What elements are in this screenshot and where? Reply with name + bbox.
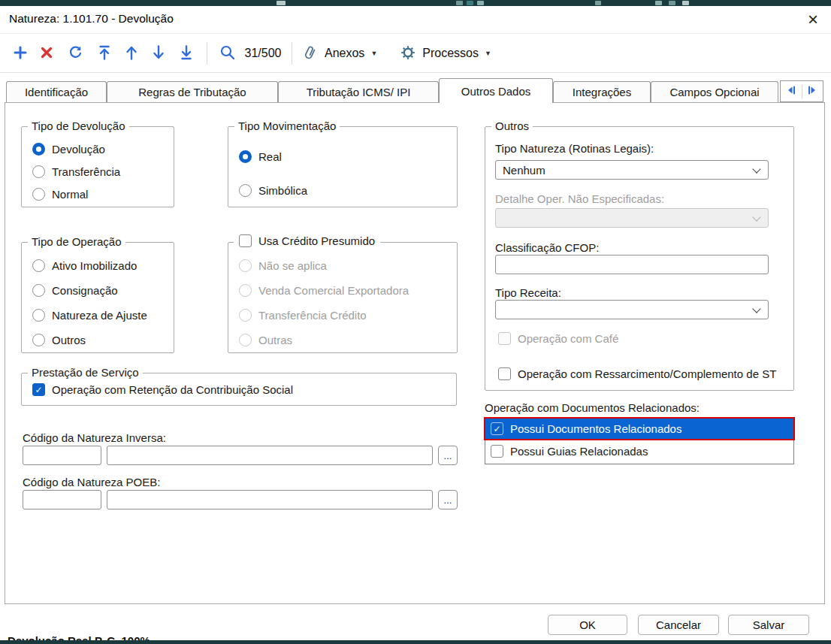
move-down-button[interactable] [145, 38, 172, 68]
checkbox-unchecked-icon [239, 234, 252, 247]
natureza-poeb-browse-button[interactable]: ... [438, 490, 458, 509]
radio-venda-comercial-exportadora[interactable]: Venda Comercial Exportadora [239, 284, 409, 297]
radio-outras[interactable]: Outras [239, 334, 292, 346]
desktop-strip-icon [655, 1, 662, 5]
move-up-button[interactable] [118, 38, 145, 68]
natureza-poeb-descricao-input[interactable] [107, 490, 433, 509]
refresh-icon [68, 45, 83, 62]
radio-outros[interactable]: Outros [32, 334, 86, 346]
chevron-down-icon [752, 165, 760, 173]
option-label: Possui Guias Relacionadas [510, 445, 648, 458]
radio-selected-icon [239, 150, 252, 163]
chevron-down-icon [752, 304, 760, 313]
radio-devolucao[interactable]: Devolução [32, 143, 105, 156]
natureza-inversa-browse-button[interactable]: ... [438, 446, 458, 465]
desktop-strip-icon [467, 1, 473, 5]
search-button[interactable] [214, 38, 241, 68]
retencao-contribuicao-social-checkbox[interactable]: Operação com Retenção da Contribuição So… [32, 383, 293, 396]
checkbox-checked-icon [32, 383, 45, 396]
tab-integracoes[interactable]: Integrações [553, 81, 651, 102]
cancelar-button[interactable]: Cancelar [638, 615, 719, 635]
radio-consignacao[interactable]: Consignação [32, 284, 118, 297]
processos-button[interactable] [397, 38, 419, 68]
add-button[interactable] [8, 38, 33, 68]
group-title: Tipo de Devolução [28, 119, 129, 132]
natureza-dialog: Natureza: 1.101.70 - Devolução × 31/50 [0, 0, 831, 644]
ressarcimento-st-checkbox[interactable]: Operação com Ressarcimento/Complemento d… [498, 367, 776, 380]
prestacao-servico-group: Prestação de Serviço Operação com Retenç… [21, 373, 457, 406]
radio-nao-se-aplica[interactable]: Não se aplica [239, 259, 327, 272]
desktop-strip-icon [595, 1, 601, 5]
refresh-button[interactable] [60, 38, 90, 68]
radio-transferencia[interactable]: Transferência [32, 165, 120, 178]
natureza-inversa-codigo-input[interactable] [23, 446, 101, 465]
natureza-inversa-descricao-input[interactable] [107, 446, 433, 465]
tipo-natureza-select[interactable]: Nenhum [495, 160, 769, 180]
desktop-strip-icon [669, 1, 675, 5]
desktop-strip-icon [682, 1, 689, 5]
radio-label: Natureza de Ajuste [52, 309, 147, 322]
anexos-button[interactable] [299, 38, 322, 68]
move-last-button[interactable] [172, 38, 200, 68]
group-title: Tipo Movimentação [234, 119, 340, 132]
possui-documentos-relacionados-option[interactable]: Possui Documentos Relacionados [484, 417, 795, 440]
salvar-button[interactable]: Salvar [728, 615, 809, 635]
tab-scroll-right-icon[interactable] [807, 85, 817, 98]
radio-normal[interactable]: Normal [32, 188, 88, 201]
radio-transferencia-credito[interactable]: Transferência Crédito [239, 309, 367, 322]
tab-tributacao-icms-ipi[interactable]: Tributação ICMS/ IPI [278, 81, 439, 102]
tab-scroll-left-icon[interactable] [786, 85, 796, 98]
tipo-movimentacao-group: Tipo Movimentação Real Simbólica [228, 126, 458, 207]
radio-ativo-imobilizado[interactable]: Ativo Imobilizado [32, 259, 137, 272]
possui-guias-relacionadas-option[interactable]: Possui Guias Relacionadas [485, 440, 793, 462]
checkbox-label: Operação com Retenção da Contribuição So… [52, 383, 293, 396]
checkbox-unchecked-icon [491, 445, 503, 458]
tab-outros-dados[interactable]: Outros Dados [439, 78, 553, 103]
radio-label: Normal [52, 188, 88, 201]
documentos-relacionados-label: Operação com Documentos Relacionados: [485, 401, 700, 414]
natureza-poeb-codigo-input[interactable] [23, 490, 101, 509]
anexos-label[interactable]: Anexos [325, 47, 364, 60]
radio-label: Outros [52, 334, 86, 346]
radio-label: Transferência [52, 165, 120, 178]
radio-icon [32, 188, 45, 201]
radio-icon [239, 184, 252, 197]
usa-credito-presumido-checkbox[interactable]: Usa Crédito Presumido [234, 234, 380, 247]
ok-button[interactable]: OK [548, 615, 627, 635]
delete-button[interactable] [33, 38, 60, 68]
processos-chevron-down-icon[interactable]: ▼ [485, 50, 491, 57]
radio-label: Real [258, 150, 282, 163]
tipo-operacao-group: Tipo de Operação Ativo Imobilizado Consi… [21, 242, 174, 353]
plus-icon [13, 45, 28, 62]
credito-presumido-group: Não se aplica Venda Comercial Exportador… [228, 242, 458, 353]
tab-regras-de-tributacao[interactable]: Regras de Tributação [107, 81, 278, 102]
move-first-button[interactable] [90, 38, 118, 68]
classificacao-cfop-label: Classificação CFOP: [495, 241, 599, 254]
processos-label[interactable]: Processos [422, 47, 479, 60]
radio-disabled-icon [239, 309, 252, 322]
operacao-com-cafe-checkbox: Operação com Café [498, 332, 618, 345]
natureza-inversa-label: Código da Natureza Inversa: [23, 431, 166, 444]
checkbox-disabled-icon [498, 332, 511, 345]
delete-x-icon [40, 46, 53, 62]
tab-identificacao[interactable]: Identificação [6, 81, 107, 102]
documentos-relacionados-listbox: Possui Documentos Relacionados Possui Gu… [485, 417, 794, 464]
radio-label: Transferência Crédito [258, 309, 367, 322]
tipo-receita-select[interactable] [495, 300, 769, 319]
radio-real[interactable]: Real [239, 150, 282, 163]
radio-simbolica[interactable]: Simbólica [239, 184, 307, 197]
arrow-up-to-bar-icon [98, 44, 111, 63]
classificacao-cfop-input[interactable] [495, 255, 769, 274]
close-button[interactable]: × [795, 6, 831, 33]
natureza-poeb-label: Código da Natureza POEB: [23, 476, 160, 488]
toolbar-divider [0, 72, 831, 73]
title-bar: Natureza: 1.101.70 - Devolução × [0, 6, 831, 33]
radio-selected-icon [32, 143, 45, 156]
tab-campos-opcionais[interactable]: Campos Opcionai [651, 81, 778, 102]
group-title: Outros [491, 119, 533, 132]
arrow-up-icon [125, 44, 138, 63]
anexos-chevron-down-icon[interactable]: ▼ [370, 50, 377, 57]
tab-scroll-divider [802, 85, 802, 98]
toolbar: 31/500 Anexos ▼ Processos ▼ [8, 35, 826, 71]
radio-natureza-de-ajuste[interactable]: Natureza de Ajuste [32, 309, 147, 322]
